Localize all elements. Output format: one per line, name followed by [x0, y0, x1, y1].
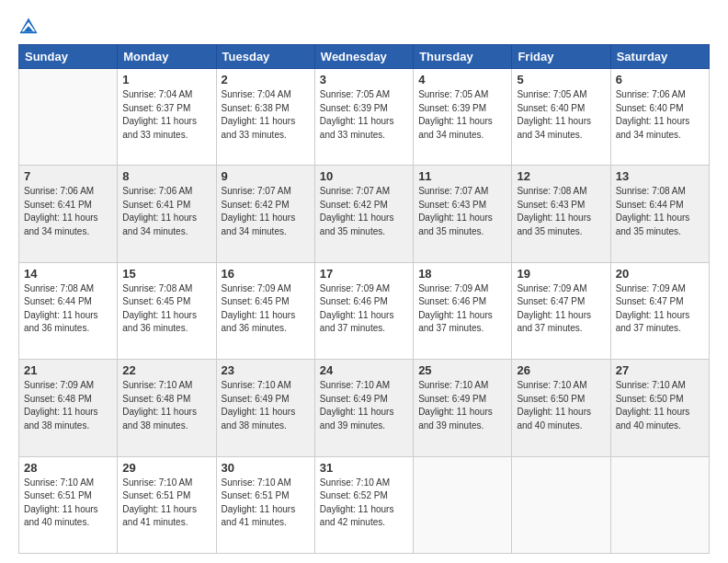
sunrise: Sunrise: 7:10 AM: [320, 380, 390, 390]
day-number: 25: [418, 363, 506, 377]
calendar-cell: 17Sunrise: 7:09 AMSunset: 6:46 PMDayligh…: [314, 262, 413, 359]
sunrise: Sunrise: 7:08 AM: [616, 186, 686, 196]
daylight: Daylight: 11 hours: [222, 407, 296, 417]
week-row-1: 1Sunrise: 7:04 AMSunset: 6:37 PMDaylight…: [19, 69, 710, 166]
day-header-sunday: Sunday: [19, 45, 118, 69]
sunset: Sunset: 6:42 PM: [320, 200, 388, 210]
calendar-table: SundayMondayTuesdayWednesdayThursdayFrid…: [18, 44, 710, 554]
sunset: Sunset: 6:49 PM: [418, 394, 486, 404]
calendar-cell: 31Sunrise: 7:10 AMSunset: 6:52 PMDayligh…: [314, 456, 413, 553]
sunset: Sunset: 6:40 PM: [517, 103, 585, 113]
sunrise: Sunrise: 7:10 AM: [517, 380, 586, 390]
daylight-cont: and 35 minutes.: [616, 226, 681, 236]
day-number: 29: [122, 461, 210, 475]
day-header-wednesday: Wednesday: [314, 45, 413, 69]
logo-icon: [18, 17, 39, 37]
daylight: Daylight: 11 hours: [517, 213, 591, 223]
day-number: 27: [616, 363, 704, 377]
sunrise: Sunrise: 7:10 AM: [122, 380, 192, 390]
daylight-cont: and 36 minutes.: [24, 323, 89, 333]
week-row-5: 28Sunrise: 7:10 AMSunset: 6:51 PMDayligh…: [19, 456, 710, 553]
sunset: Sunset: 6:47 PM: [517, 296, 585, 306]
page: SundayMondayTuesdayWednesdayThursdayFrid…: [0, 0, 728, 563]
day-number: 26: [517, 363, 605, 377]
daylight-cont: and 39 minutes.: [320, 420, 385, 431]
daylight: Daylight: 11 hours: [616, 116, 690, 126]
daylight-cont: and 38 minutes.: [24, 420, 89, 431]
day-header-thursday: Thursday: [414, 45, 512, 69]
day-info: Sunrise: 7:10 AMSunset: 6:48 PMDaylight:…: [122, 379, 210, 432]
day-number: 23: [222, 363, 310, 377]
sunrise: Sunrise: 7:10 AM: [122, 477, 192, 488]
day-info: Sunrise: 7:07 AMSunset: 6:43 PMDaylight:…: [418, 185, 506, 238]
day-info: Sunrise: 7:04 AMSunset: 6:38 PMDaylight:…: [222, 88, 310, 142]
day-number: 3: [320, 73, 408, 86]
calendar-cell: 20Sunrise: 7:09 AMSunset: 6:47 PMDayligh…: [610, 262, 709, 359]
daylight: Daylight: 11 hours: [222, 116, 296, 126]
sunrise: Sunrise: 7:10 AM: [222, 477, 291, 488]
calendar-cell: 4Sunrise: 7:05 AMSunset: 6:39 PMDaylight…: [414, 69, 512, 166]
day-info: Sunrise: 7:08 AMSunset: 6:44 PMDaylight:…: [24, 282, 112, 336]
day-number: 20: [616, 267, 704, 281]
daylight-cont: and 33 minutes.: [122, 130, 188, 140]
daylight-cont: and 34 minutes.: [24, 226, 89, 236]
calendar-cell: 5Sunrise: 7:05 AMSunset: 6:40 PMDaylight…: [512, 69, 610, 166]
calendar-cell: 15Sunrise: 7:08 AMSunset: 6:45 PMDayligh…: [118, 262, 216, 359]
daylight-cont: and 42 minutes.: [320, 517, 385, 527]
day-info: Sunrise: 7:05 AMSunset: 6:40 PMDaylight:…: [517, 88, 605, 142]
day-info: Sunrise: 7:09 AMSunset: 6:47 PMDaylight:…: [616, 282, 704, 336]
day-number: 30: [222, 461, 310, 475]
day-info: Sunrise: 7:09 AMSunset: 6:48 PMDaylight:…: [24, 379, 112, 432]
sunrise: Sunrise: 7:04 AM: [222, 89, 291, 99]
daylight-cont: and 35 minutes.: [418, 226, 483, 236]
daylight: Daylight: 11 hours: [122, 213, 197, 223]
daylight-cont: and 40 minutes.: [517, 420, 582, 431]
daylight: Daylight: 11 hours: [320, 310, 394, 320]
daylight-cont: and 37 minutes.: [320, 323, 385, 333]
daylight: Daylight: 11 hours: [122, 310, 197, 320]
header-row: SundayMondayTuesdayWednesdayThursdayFrid…: [19, 45, 710, 69]
day-info: Sunrise: 7:04 AMSunset: 6:37 PMDaylight:…: [122, 88, 210, 142]
sunrise: Sunrise: 7:04 AM: [122, 89, 192, 99]
sunset: Sunset: 6:48 PM: [24, 394, 92, 404]
day-header-tuesday: Tuesday: [216, 45, 314, 69]
daylight: Daylight: 11 hours: [517, 116, 591, 126]
calendar-cell: 22Sunrise: 7:10 AMSunset: 6:48 PMDayligh…: [118, 360, 216, 456]
daylight-cont: and 37 minutes.: [616, 323, 681, 333]
header: [18, 17, 710, 37]
sunset: Sunset: 6:51 PM: [222, 490, 290, 500]
week-row-4: 21Sunrise: 7:09 AMSunset: 6:48 PMDayligh…: [19, 360, 710, 456]
day-number: 21: [24, 363, 112, 377]
sunset: Sunset: 6:39 PM: [320, 103, 388, 113]
day-number: 15: [122, 267, 210, 281]
calendar-cell: 30Sunrise: 7:10 AMSunset: 6:51 PMDayligh…: [216, 456, 314, 553]
sunset: Sunset: 6:38 PM: [222, 103, 290, 113]
day-info: Sunrise: 7:07 AMSunset: 6:42 PMDaylight:…: [320, 185, 408, 238]
calendar-cell: 11Sunrise: 7:07 AMSunset: 6:43 PMDayligh…: [414, 166, 512, 262]
daylight-cont: and 34 minutes.: [616, 130, 681, 140]
sunrise: Sunrise: 7:05 AM: [320, 89, 390, 99]
day-info: Sunrise: 7:10 AMSunset: 6:50 PMDaylight:…: [616, 379, 704, 432]
sunrise: Sunrise: 7:08 AM: [24, 283, 94, 293]
daylight: Daylight: 11 hours: [418, 407, 493, 417]
sunrise: Sunrise: 7:07 AM: [418, 186, 488, 196]
day-number: 11: [418, 169, 506, 183]
calendar-cell: 10Sunrise: 7:07 AMSunset: 6:42 PMDayligh…: [314, 166, 413, 262]
sunset: Sunset: 6:44 PM: [616, 200, 684, 210]
sunrise: Sunrise: 7:10 AM: [320, 477, 390, 488]
daylight: Daylight: 11 hours: [320, 116, 394, 126]
day-number: 4: [418, 73, 506, 86]
daylight: Daylight: 11 hours: [320, 213, 394, 223]
daylight-cont: and 38 minutes.: [122, 420, 188, 431]
sunset: Sunset: 6:41 PM: [122, 200, 190, 210]
calendar-cell: 12Sunrise: 7:08 AMSunset: 6:43 PMDayligh…: [512, 166, 610, 262]
calendar-cell: 1Sunrise: 7:04 AMSunset: 6:37 PMDaylight…: [118, 69, 216, 166]
sunset: Sunset: 6:50 PM: [616, 394, 684, 404]
sunrise: Sunrise: 7:09 AM: [517, 283, 586, 293]
day-number: 5: [517, 73, 605, 86]
sunrise: Sunrise: 7:08 AM: [122, 283, 192, 293]
daylight-cont: and 35 minutes.: [517, 226, 582, 236]
sunrise: Sunrise: 7:05 AM: [517, 89, 586, 99]
day-info: Sunrise: 7:10 AMSunset: 6:51 PMDaylight:…: [24, 477, 112, 530]
day-number: 28: [24, 461, 112, 475]
